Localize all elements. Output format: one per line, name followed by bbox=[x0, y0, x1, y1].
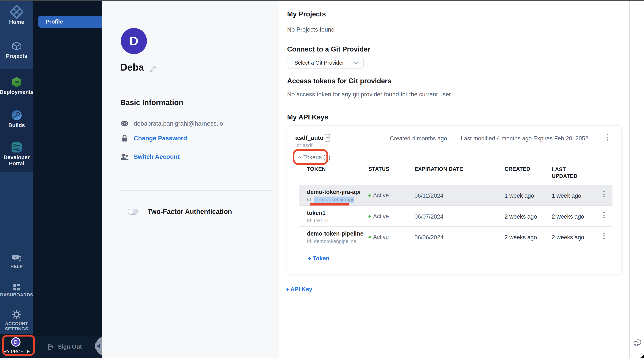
token-menu-button[interactable] bbox=[603, 191, 605, 198]
chat-support-icon[interactable] bbox=[633, 337, 644, 348]
token-updated: 2 weeks ago bbox=[552, 234, 584, 241]
col-header-expiration: EXPIRATION DATE bbox=[414, 166, 463, 172]
col-header-last-updated: LAST UPDATED bbox=[552, 166, 591, 179]
two-factor-label: Two-Factor Authentication bbox=[148, 208, 232, 216]
api-keys-heading: My API Keys bbox=[287, 113, 328, 121]
token-created: 1 week ago bbox=[504, 193, 534, 199]
sidebar-item-builds[interactable]: Builds bbox=[0, 110, 33, 128]
chevron-left-icon bbox=[97, 344, 100, 348]
git-provider-heading: Connect to a Git Provider bbox=[287, 45, 370, 53]
edit-name-pencil-icon[interactable] bbox=[150, 65, 157, 72]
lock-icon bbox=[122, 135, 128, 142]
change-password-row: Change Password bbox=[120, 135, 187, 142]
sidebar-collapse-button[interactable] bbox=[95, 336, 102, 356]
token-created: 2 weeks ago bbox=[504, 234, 537, 241]
switch-account-link[interactable]: Switch Account bbox=[134, 153, 180, 160]
annotation-red-underline bbox=[310, 203, 349, 206]
sidebar-item-label: Builds bbox=[8, 122, 25, 128]
token-id-selected-text: demotokenjiraapi bbox=[314, 197, 354, 203]
copy-icon[interactable] bbox=[324, 134, 330, 142]
chevron-down-icon bbox=[354, 61, 358, 64]
access-tokens-empty-text: No access token for any git provider fou… bbox=[287, 91, 452, 98]
token-id: Id:demotokenpipeline bbox=[307, 239, 356, 244]
token-status: Active bbox=[368, 192, 389, 199]
window-rounded-corner bbox=[638, 352, 644, 358]
token-updated: 1 week ago bbox=[552, 193, 581, 199]
sign-out-icon bbox=[47, 343, 54, 350]
git-provider-select[interactable]: Select a Git Provider bbox=[286, 57, 364, 69]
sidebar-my-profile[interactable]: D MY PROFILE bbox=[0, 334, 33, 358]
profile-avatar[interactable]: D bbox=[121, 28, 147, 54]
sidebar-item-account-settings[interactable]: ACCOUNT SETTINGS bbox=[0, 310, 33, 331]
window-top-edge bbox=[0, 0, 644, 1]
status-dot bbox=[368, 194, 371, 197]
token-status: Active bbox=[368, 213, 389, 220]
basic-information-heading: Basic Information bbox=[120, 98, 183, 107]
email-icon bbox=[121, 121, 128, 126]
sidebar-band-modules: ∞ Deployments Builds bbox=[0, 69, 33, 172]
token-menu-button[interactable] bbox=[603, 233, 605, 239]
sidebar-item-label: HELP bbox=[10, 264, 23, 269]
sidebar-item-developer-portal[interactable]: Developer Portal bbox=[0, 142, 33, 167]
token-menu-button[interactable] bbox=[603, 212, 605, 218]
divider bbox=[120, 190, 272, 191]
two-factor-row: Two-Factor Authentication bbox=[128, 208, 232, 216]
email-row: debabrata.panigrahi@harness.io bbox=[120, 120, 223, 127]
token-name: token1 bbox=[307, 210, 326, 216]
table-row[interactable]: token1 Id:token1 Active 06/07/2024 2 wee… bbox=[287, 206, 622, 227]
switch-account-people-icon bbox=[120, 153, 129, 160]
deployments-hexagon-icon: ∞ bbox=[12, 77, 22, 87]
token-expiration: 06/07/2024 bbox=[414, 213, 444, 220]
change-password-link[interactable]: Change Password bbox=[134, 135, 187, 142]
sidebar-item-help[interactable]: ? HELP bbox=[0, 254, 33, 269]
add-token-button[interactable]: + Token bbox=[308, 255, 330, 262]
avatar[interactable]: D bbox=[11, 337, 20, 347]
user-email: debabrata.panigrahi@harness.io bbox=[134, 120, 223, 127]
sidebar-item-label: Projects bbox=[6, 53, 27, 59]
sidebar-item-projects[interactable]: Projects bbox=[0, 41, 33, 59]
sidebar-item-label: Deployments bbox=[0, 89, 34, 95]
sidebar-item-home[interactable]: Home bbox=[0, 7, 33, 25]
secondary-sidebar: Profile bbox=[33, 0, 102, 358]
divider bbox=[120, 226, 272, 226]
api-key-created: Created 4 months ago bbox=[390, 135, 447, 142]
table-row[interactable]: demo-token-jira-api Id:demotokenjiraapi … bbox=[287, 185, 622, 206]
switch-account-row: Switch Account bbox=[120, 153, 180, 160]
two-factor-toggle[interactable] bbox=[128, 209, 138, 215]
sidebar-item-dashboards[interactable]: DASHBOARDS bbox=[0, 284, 33, 297]
token-id: Id:demotokenjiraapi bbox=[307, 197, 354, 203]
tokens-collapse-toggle[interactable]: Tokens (3) bbox=[298, 154, 330, 161]
status-dot bbox=[368, 215, 371, 218]
subnav-item-profile[interactable]: Profile bbox=[38, 16, 102, 28]
scrollbar-track-divider[interactable] bbox=[629, 0, 630, 358]
token-created: 2 weeks ago bbox=[504, 213, 537, 220]
token-name: demo-token-pipeline bbox=[307, 230, 364, 237]
dashboards-grid-icon bbox=[14, 284, 20, 290]
main-content: My Projects No Projects found Connect to… bbox=[279, 1, 629, 358]
sidebar-band-utility: ? HELP DASHBOARDS ACCOUNT S bbox=[0, 172, 33, 334]
table-row[interactable]: demo-token-pipeline Id:demotokenpipeline… bbox=[287, 227, 622, 247]
token-expiration: 06/06/2024 bbox=[414, 234, 444, 241]
token-name: demo-token-jira-api bbox=[307, 189, 360, 196]
status-dot bbox=[368, 236, 371, 238]
sign-out-bar: Sign Out bbox=[33, 336, 102, 358]
api-key-menu-button[interactable] bbox=[607, 134, 608, 140]
add-api-key-button[interactable]: + API Key bbox=[286, 286, 312, 293]
module-sidebar: Home Projects ∞ Deployments bbox=[0, 0, 33, 358]
profile-panel: D Deba Basic Information debabrata.panig… bbox=[102, 1, 279, 358]
builds-circle-icon bbox=[12, 110, 22, 120]
my-projects-heading: My Projects bbox=[287, 10, 326, 18]
sidebar-item-label: ACCOUNT SETTINGS bbox=[2, 321, 30, 331]
sign-out-button[interactable]: Sign Out bbox=[47, 343, 82, 350]
sidebar-item-deployments[interactable]: ∞ Deployments bbox=[0, 77, 33, 95]
token-id: Id:token1 bbox=[307, 218, 329, 224]
developer-portal-icon bbox=[12, 142, 22, 152]
cube-icon bbox=[12, 41, 22, 51]
harness-logo-icon bbox=[9, 5, 24, 19]
col-header-created: CREATED bbox=[504, 166, 530, 172]
chevron-up-icon bbox=[298, 156, 302, 159]
help-chat-icon: ? bbox=[12, 254, 22, 262]
git-provider-select-value: Select a Git Provider bbox=[294, 60, 354, 66]
svg-text:?: ? bbox=[14, 255, 16, 259]
col-header-token: TOKEN bbox=[307, 166, 326, 172]
